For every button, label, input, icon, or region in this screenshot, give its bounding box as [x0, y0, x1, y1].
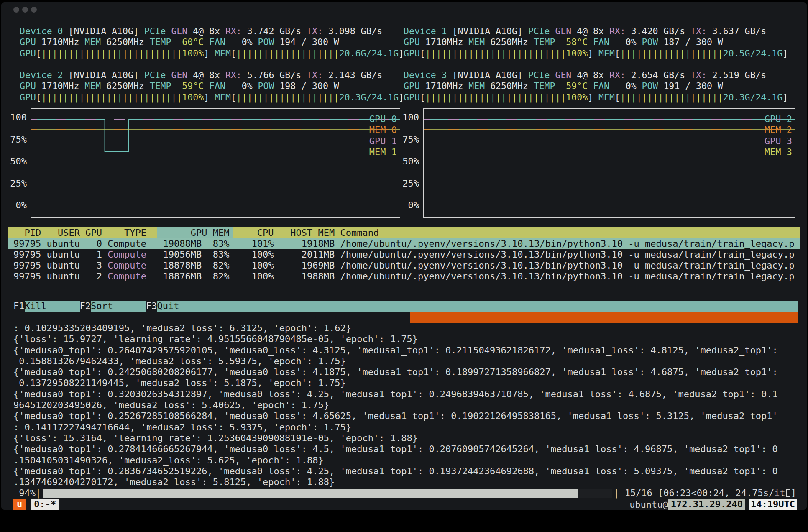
chart-legend-item: MEM 0 — [369, 125, 397, 136]
text-segment: GPU — [20, 92, 36, 102]
process-type: Compute — [107, 260, 146, 271]
chart-y-axis-label: 25% — [3, 178, 27, 189]
text-segment: GPU — [404, 81, 425, 91]
text-segment: TEMP — [534, 37, 566, 47]
text-segment: TX: — [690, 26, 712, 36]
text-segment: GPU — [20, 81, 41, 91]
tmux-pane-separator[interactable] — [9, 317, 409, 317]
text-segment: [NVIDIA A10G] — [453, 70, 528, 80]
chart-legend-item: MEM 3 — [765, 147, 792, 158]
log-line: {'medusa0_top1': 0.25267285108566284, 'm… — [13, 411, 778, 422]
text-segment: FAN — [593, 81, 626, 91]
fkey-quit-button[interactable]: Quit — [157, 301, 798, 312]
gpu-device-panel: Device 3 [NVIDIA A10G] PCIe GEN 4@ 8x RX… — [404, 70, 788, 103]
device-title-line: Device 2 [NVIDIA A10G] PCIe GEN 4@ 8x RX… — [20, 70, 404, 81]
log-line: {'medusa0_top1': 0.24250680208206177, 'm… — [13, 367, 778, 378]
text-segment: MEM — [84, 37, 106, 47]
text-segment: 4@ 8x — [577, 26, 609, 36]
process-table-row[interactable]: 99795 ubuntu 2 Compute 18876MB 82% 100% … — [8, 271, 800, 282]
text-segment: Device 3 — [404, 70, 453, 80]
process-table-row[interactable]: 99795 ubuntu 3 Compute 18878MB 82% 100% … — [8, 260, 800, 271]
fkey-label-f3: F3 — [146, 301, 157, 312]
progress-counter-tail: ] — [791, 488, 796, 498]
text-segment: POW — [642, 37, 664, 47]
gpu-device-panel: Device 1 [NVIDIA A10G] PCIe GEN 4@ 8x RX… — [404, 26, 788, 59]
log-line: .1504105031490326, 'medusa2_loss': 5.625… — [13, 455, 778, 466]
text-segment: MEM — [84, 81, 106, 91]
chart-plot — [31, 108, 400, 218]
text-segment: [ — [420, 92, 425, 102]
chart-y-axis-label: 0% — [396, 200, 419, 211]
tmux-status-bar: u 0:-* ubuntu@ 172.31.29.240 14:19UTC — [1, 499, 807, 510]
window-indicator-chip[interactable]: 0:-* — [31, 499, 59, 510]
text-segment: 191 / 300 W — [663, 81, 723, 91]
fkey-sort-button[interactable]: Sort — [91, 301, 146, 312]
utilization-chart: GPU 2MEM 2GPU 3MEM 3 — [423, 108, 795, 218]
progress-bar — [43, 489, 612, 498]
window-dot[interactable] — [22, 7, 28, 13]
text-segment: [ — [615, 48, 620, 59]
text-segment: ] — [782, 92, 788, 102]
text-segment: PCIe — [528, 70, 555, 80]
text-segment: 20.6G/24.1G — [339, 48, 399, 59]
text-segment: 58°C — [566, 37, 593, 47]
text-segment: POW — [258, 37, 280, 47]
text-segment: 2.654 GB/s — [631, 70, 690, 80]
log-line: .13474692404270172, 'medusa2_loss': 5.81… — [13, 477, 778, 488]
chart-y-axis-label: 75% — [396, 134, 419, 145]
text-segment: Device 0 — [20, 26, 69, 36]
device-clocks-line: GPU 1710MHz MEM 6250MHz TEMP 59°C FAN 0%… — [20, 81, 404, 92]
process-type: Compute — [107, 271, 146, 281]
text-segment: 100% — [182, 92, 204, 102]
clock-chip: 14:19UTC — [749, 499, 797, 510]
text-segment: ] — [204, 48, 215, 59]
process-table-row[interactable]: 99795 ubuntu 1 Compute 19056MB 83% 100% … — [8, 249, 800, 260]
text-segment: 198 / 300 W — [279, 81, 339, 91]
text-segment: GPU — [404, 48, 420, 59]
text-segment: GEN — [555, 70, 577, 80]
cursor-block — [786, 489, 790, 497]
window-dot[interactable] — [13, 7, 19, 13]
text-segment: [ — [615, 92, 620, 102]
text-segment: Device 1 — [404, 26, 453, 36]
progress-percent-label: 94%| — [13, 488, 41, 499]
text-segment: MEM — [598, 92, 615, 102]
pane-highlight-bar — [410, 312, 798, 323]
text-segment: 0% — [626, 81, 642, 91]
text-segment: [NVIDIA A10G] — [69, 26, 144, 36]
text-segment: 1710MHz — [425, 37, 469, 47]
text-segment: RX: — [225, 26, 247, 36]
text-segment: ] — [588, 48, 598, 59]
log-line: {'loss': 15.9727, 'learning_rate': 4.951… — [13, 334, 778, 345]
text-segment: FAN — [593, 37, 626, 47]
text-segment: MEM — [598, 48, 615, 59]
utilization-chart: GPU 0MEM 0GPU 1MEM 1 — [31, 108, 400, 218]
text-segment: ] — [204, 92, 215, 102]
text-segment: [NVIDIA A10G] — [69, 70, 144, 80]
text-segment: MEM — [468, 81, 490, 91]
text-segment: 3.742 GB/s — [247, 26, 307, 36]
text-segment: TEMP — [150, 81, 182, 91]
text-segment: 6250MHz — [106, 81, 150, 91]
text-segment: MEM — [215, 92, 231, 102]
log-line: 9645120203495026, 'medusa2_loss': 5.4062… — [13, 400, 778, 411]
log-line: {'medusa0_top1': 0.2836734652519226, 'me… — [13, 466, 778, 477]
text-segment: 99795 ubuntu 2 — [13, 271, 107, 281]
text-segment: ||||||||||||||||||| — [620, 92, 723, 102]
device-title-line: Device 1 [NVIDIA A10G] PCIe GEN 4@ 8x RX… — [404, 26, 788, 37]
chart-legend-item: GPU 2 — [765, 114, 792, 125]
text-segment: 6250MHz — [490, 81, 534, 91]
text-segment: GEN — [555, 26, 577, 36]
window-dot[interactable] — [31, 7, 37, 13]
text-segment: 1710MHz — [41, 37, 85, 47]
device-bars-line: GPU[||||||||||||||||||||||||||100%] MEM[… — [404, 48, 788, 59]
process-row-text: 99795 ubuntu 0 Compute 19088MB 83% 101% … — [13, 238, 795, 249]
text-segment: 5.766 GB/s — [247, 70, 307, 80]
fkey-kill-button[interactable]: Kill — [25, 301, 80, 312]
session-indicator-chip[interactable]: u — [13, 499, 26, 510]
text-segment: 4@ 8x — [577, 70, 609, 80]
text-segment: GEN — [171, 26, 193, 36]
text-segment: FAN — [209, 37, 242, 47]
text-segment: [NVIDIA A10G] — [453, 26, 528, 36]
process-table-row[interactable]: 99795 ubuntu 0 Compute 19088MB 83% 101% … — [8, 238, 800, 249]
